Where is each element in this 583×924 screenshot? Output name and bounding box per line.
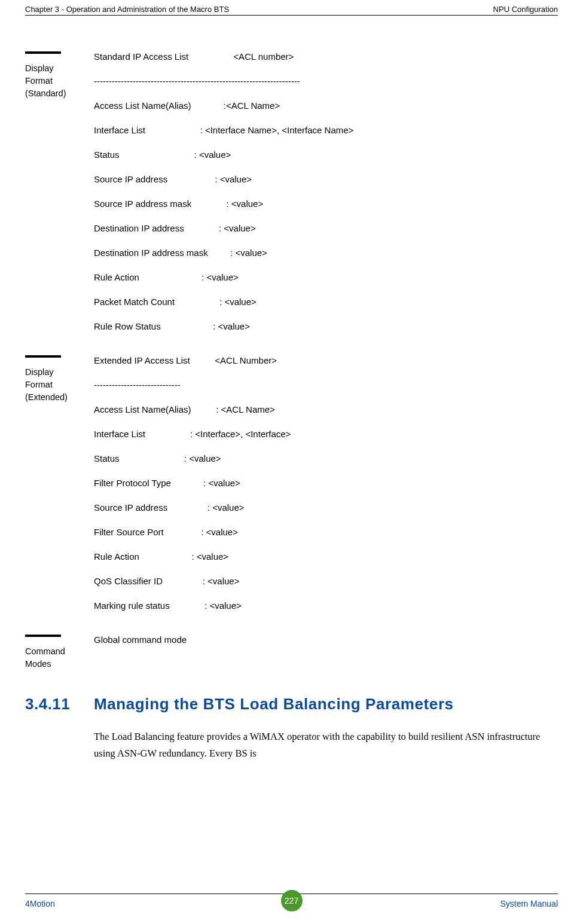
content-line: Interface List : <Interface Name>, <Inte… [94,125,558,135]
heading-title: Managing the BTS Load Balancing Paramete… [94,694,558,714]
footer-row: 4Motion 227 System Manual [25,899,558,908]
content-line: Filter Protocol Type : <value> [94,478,558,488]
content-line: Source IP address : <value> [94,502,558,513]
footer-left: 4Motion [25,899,55,908]
page-number-badge: 227 [281,890,303,911]
content-line: Extended IP Access List <ACL Number> [94,355,558,365]
section-heading: 3.4.11 Managing the BTS Load Balancing P… [25,694,558,714]
display-format-standard-block: DisplayFormat(Standard) Standard IP Acce… [25,51,558,331]
display-format-extended-block: DisplayFormat(Extended) Extended IP Acce… [25,355,558,611]
header-right: NPU Configuration [493,5,558,14]
content-line: Rule Action : <value> [94,551,558,562]
header-rule [25,15,558,16]
page-footer: 4Motion 227 System Manual [25,893,558,908]
content-line: Marking rule status : <value> [94,600,558,611]
content-line: Packet Match Count : <value> [94,297,558,307]
content-line: Rule Action : <value> [94,272,558,282]
block-topbar [25,355,61,358]
block-label-col: DisplayFormat(Extended) [25,355,94,611]
block-content: Global command mode [94,635,558,670]
content-line: Filter Source Port : <value> [94,527,558,537]
content-line: Source IP address : <value> [94,174,558,184]
content-line: Destination IP address mask : <value> [94,248,558,258]
content-line: Access List Name(Alias) : <ACL Name> [94,404,558,414]
block-content: Extended IP Access List <ACL Number>----… [94,355,558,611]
content-line: ----------------------------- [94,380,558,390]
heading-number: 3.4.11 [25,695,94,713]
block-label-col: CommandModes [25,635,94,670]
content-line: Source IP address mask : <value> [94,199,558,209]
block-label: CommandModes [25,645,94,670]
page-header: Chapter 3 - Operation and Administration… [25,0,558,14]
block-topbar [25,51,61,54]
content-line: Global command mode [94,635,558,645]
content-line: Interface List : <Interface>, <Interface… [94,429,558,439]
content-line: Rule Row Status : <value> [94,321,558,331]
content-line: Status : <value> [94,453,558,463]
body-paragraph: The Load Balancing feature provides a Wi… [94,728,558,762]
content-line: ----------------------------------------… [94,76,558,86]
content-line: Standard IP Access List <ACL number> [94,51,558,62]
block-label-col: DisplayFormat(Standard) [25,51,94,331]
block-label: DisplayFormat(Extended) [25,366,94,404]
content-line: Access List Name(Alias) :<ACL Name> [94,100,558,111]
block-label: DisplayFormat(Standard) [25,62,94,100]
command-modes-block: CommandModes Global command mode [25,635,558,670]
header-left: Chapter 3 - Operation and Administration… [25,5,229,14]
content-line: Status : <value> [94,150,558,160]
content-line: Destination IP address : <value> [94,223,558,233]
block-topbar [25,635,61,637]
block-content: Standard IP Access List <ACL number>----… [94,51,558,331]
footer-right: System Manual [500,899,558,908]
content-line: QoS Classifier ID : <value> [94,576,558,586]
